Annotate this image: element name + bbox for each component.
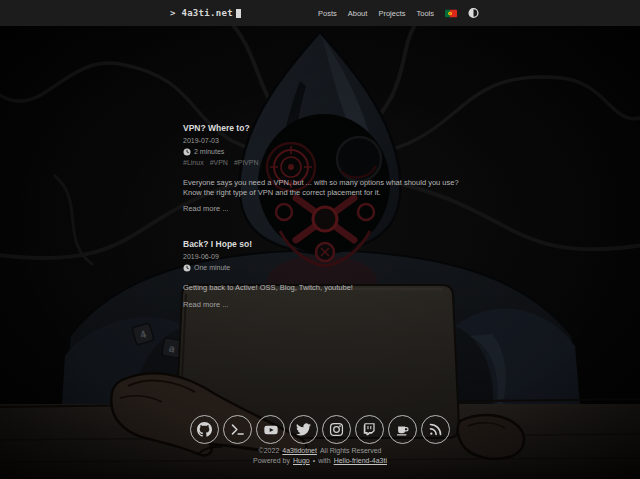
post-excerpt: Everyone says you need a VPN, but ... wi… — [183, 178, 475, 197]
with-text: with — [318, 457, 330, 464]
post-tags: #Linux#VPN#PiVPN — [183, 158, 475, 167]
post-title: VPN? Where to? — [183, 123, 475, 133]
excerpt-line: Getting back to Active! OSS, Blog, Twitc… — [183, 283, 475, 293]
clock-icon — [183, 148, 191, 156]
site-logo-text: > 4a3ti.net — [170, 8, 233, 18]
post-title-link[interactable]: Back? I Hope so! — [183, 239, 252, 249]
nav-about[interactable]: About — [348, 9, 368, 18]
github-icon[interactable] — [190, 415, 219, 444]
theme-link[interactable]: Hello-friend-4a3ti — [334, 457, 387, 464]
tag-link[interactable]: #VPN — [210, 159, 228, 166]
posts-list: VPN? Where to? 2019-07-03 2 minutes #Lin… — [183, 123, 475, 335]
excerpt-line: Everyone says you need a VPN, but ... wi… — [183, 178, 475, 188]
reading-time-label: One minute — [194, 263, 230, 272]
clock-icon — [183, 264, 191, 272]
rights-text: All Rights Reserved — [320, 447, 381, 454]
post-date: 2019-07-03 — [183, 136, 475, 145]
nav-posts[interactable]: Posts — [318, 9, 337, 18]
site-footer-link[interactable]: 4a3tidotnet — [282, 447, 317, 454]
portugal-flag-icon[interactable] — [445, 9, 457, 17]
post-reading-time: One minute — [183, 263, 475, 272]
copyright-year: ©2022 — [259, 447, 280, 454]
read-more-link[interactable]: Read more ... — [183, 204, 228, 213]
reading-time-label: 2 minutes — [194, 147, 224, 156]
twitch-icon[interactable] — [355, 415, 384, 444]
post-item: Back? I Hope so! 2019-06-09 One minute G… — [183, 239, 475, 311]
instagram-icon[interactable] — [322, 415, 351, 444]
post-date: 2019-06-09 — [183, 252, 475, 261]
nav-projects[interactable]: Projects — [378, 9, 405, 18]
post-excerpt: Getting back to Active! OSS, Blog, Twitc… — [183, 283, 475, 293]
powered-line: Powered byHugo•withHello-friend-4a3ti — [0, 456, 640, 466]
main-nav: Posts About Projects Tools — [318, 8, 479, 19]
terminal-cursor — [236, 9, 241, 18]
copyright-line: ©20224a3tidotnetAll Rights Reserved — [0, 446, 640, 456]
social-links — [0, 415, 640, 444]
rss-icon[interactable] — [421, 415, 450, 444]
terminal-icon[interactable] — [223, 415, 252, 444]
nav-tools[interactable]: Tools — [416, 9, 434, 18]
site-logo[interactable]: > 4a3ti.net — [170, 8, 241, 18]
powered-by-text: Powered by — [253, 457, 290, 464]
excerpt-line: Know the right type of VPN and the corre… — [183, 188, 475, 198]
theme-toggle-icon[interactable] — [468, 8, 479, 19]
hugo-link[interactable]: Hugo — [293, 457, 310, 464]
read-more-link[interactable]: Read more ... — [183, 300, 228, 309]
page-background: 4 a 3 t i — [0, 26, 640, 479]
tag-link[interactable]: #PiVPN — [234, 159, 259, 166]
tag-link[interactable]: #Linux — [183, 159, 204, 166]
site-footer: ©20224a3tidotnetAll Rights Reserved Powe… — [0, 446, 640, 465]
youtube-icon[interactable] — [256, 415, 285, 444]
post-reading-time: 2 minutes — [183, 147, 475, 156]
coffee-cup-icon[interactable] — [388, 415, 417, 444]
site-header: > 4a3ti.net Posts About Projects Tools — [0, 0, 640, 26]
post-title: Back? I Hope so! — [183, 239, 475, 249]
post-item: VPN? Where to? 2019-07-03 2 minutes #Lin… — [183, 123, 475, 215]
bullet-separator: • — [313, 457, 315, 464]
twitter-icon[interactable] — [289, 415, 318, 444]
post-title-link[interactable]: VPN? Where to? — [183, 123, 250, 133]
